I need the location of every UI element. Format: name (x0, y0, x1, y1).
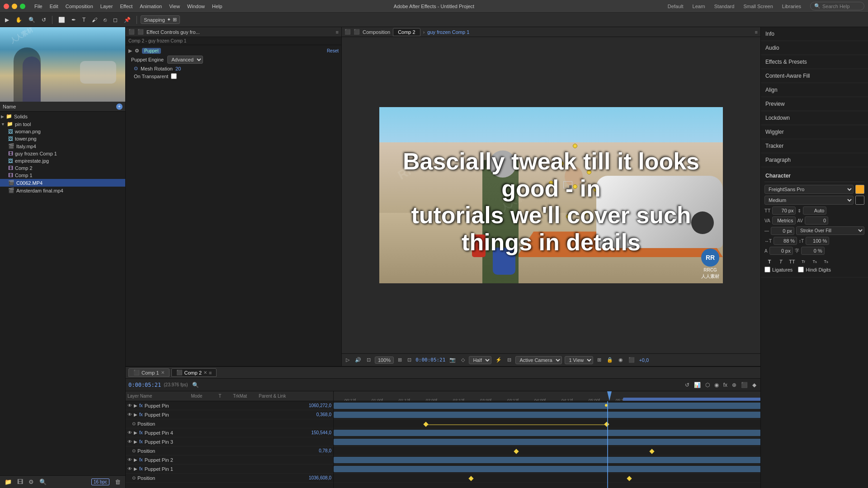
font-color-swatch[interactable] (855, 185, 864, 194)
menu-composition[interactable]: Composition (62, 3, 97, 10)
font-weight-select[interactable]: Medium (764, 196, 854, 205)
layer-row[interactable]: 👁 ▶ fx Puppet Pin 1060,272,0 (126, 401, 333, 410)
camera-select[interactable]: Active Camera (515, 356, 562, 364)
puppet-engine-select[interactable]: Advanced (167, 56, 203, 64)
settings-button[interactable]: ⚙ (27, 478, 36, 486)
timeline-ruler[interactable]: 00:12f 01:00f 01:12f 02:00f 02:12f 03:00… (334, 391, 760, 401)
tl-search-btn[interactable]: 🔍 (191, 381, 200, 389)
puppet-pin-3[interactable] (549, 181, 553, 185)
tl-keyframe-btn[interactable]: ◆ (751, 381, 758, 389)
trash-button[interactable]: 🗑 (113, 478, 123, 486)
stroke-width-field[interactable] (771, 227, 794, 235)
layer-visibility-icon[interactable]: 👁 (127, 412, 132, 417)
menu-animation[interactable]: Animation (136, 3, 165, 10)
viewer-res-btn[interactable]: ⊟ (506, 357, 513, 363)
mesh-rotation-value[interactable]: 20 (175, 66, 181, 71)
tool-zoom[interactable]: 🔍 (26, 15, 38, 24)
puppet-effect-row[interactable]: ▶ ⚙ Puppet Reset (126, 47, 341, 55)
file-tower-png[interactable]: 🖼 tower.png (0, 135, 125, 142)
menu-edit[interactable]: Edit (46, 3, 62, 10)
track-bar[interactable] (334, 430, 760, 436)
keyframe-diamond[interactable] (627, 476, 632, 481)
layer-expand-icon[interactable]: ▶ (134, 403, 137, 408)
tool-puppet[interactable]: 📌 (122, 15, 133, 24)
baseline-field[interactable] (769, 247, 793, 255)
menu-help[interactable]: Help (208, 3, 226, 10)
view-select[interactable]: 1 View (565, 356, 593, 364)
keyframe-diamond[interactable] (514, 449, 519, 454)
file-amsterdam-mp4[interactable]: 🎬 Amsterdam final.mp4 (0, 187, 125, 194)
font-size-field[interactable] (772, 206, 796, 215)
style-super-btn[interactable]: Ts (810, 257, 820, 267)
viewer-lock-btn[interactable]: 🔒 (605, 357, 614, 363)
panel-wiggler[interactable]: Wiggler (761, 125, 868, 139)
comp2-tab-close[interactable]: ✕ (203, 370, 207, 375)
layer-visibility-icon[interactable]: 👁 (127, 430, 132, 435)
menu-effect[interactable]: Effect (116, 3, 136, 10)
tl-mask-btn[interactable]: ⬡ (704, 381, 711, 389)
panel-align[interactable]: Align (761, 83, 868, 97)
layer-row[interactable]: ⊙ Position 0,78,0 (126, 446, 333, 455)
viewer-motion-btn[interactable]: ◇ (460, 357, 466, 363)
file-italy-mp4[interactable]: 🎬 Italy.mp4 (0, 142, 125, 150)
tl-blend-btn[interactable]: ⊕ (731, 381, 738, 389)
workspace-learn[interactable]: Learn (689, 3, 709, 10)
workspace-libraries[interactable]: Libraries (778, 3, 805, 10)
track-bar[interactable] (334, 466, 760, 472)
breadcrumb-comp[interactable]: guy frozen Comp 1 (427, 29, 469, 35)
new-comp-button[interactable]: 🎞 (15, 478, 25, 486)
layer-row[interactable]: 👁 ▶ fx Puppet Pin 4 150,544,0 (126, 428, 333, 437)
tl-effects-btn[interactable]: fx (722, 381, 729, 389)
track-bar[interactable] (334, 403, 760, 409)
viewer-fast-btn[interactable]: ⚡ (494, 357, 503, 363)
layer-row[interactable]: ⊙ Position (126, 419, 333, 428)
viewer-audio-btn[interactable]: 🔊 (354, 357, 363, 363)
puppet-reset[interactable]: Reset (327, 48, 339, 53)
menu-window[interactable]: Window (184, 3, 208, 10)
layer-visibility-icon[interactable]: 👁 (127, 439, 132, 444)
new-folder-button[interactable]: 📁 (3, 478, 14, 486)
folder-pin-tool[interactable]: ▼ 📁 pin tool (0, 120, 125, 128)
playhead-marker[interactable] (607, 391, 612, 401)
comp1-tab-close[interactable]: ✕ (161, 370, 165, 375)
layer-visibility-icon[interactable]: 👁 (127, 403, 132, 408)
tool-pen[interactable]: ✒ (69, 15, 78, 24)
panel-paragraph[interactable]: Paragraph (761, 153, 868, 167)
style-italic-btn[interactable]: T (776, 257, 786, 267)
file-c0062-mp4[interactable]: 🎬 C0062.MP4 (0, 179, 125, 187)
file-empirestate-jpg[interactable]: 🖼 empirestate.jpg (0, 157, 125, 164)
file-comp2[interactable]: 🎞 Comp 2 (0, 164, 125, 172)
work-area-bar[interactable] (623, 398, 760, 401)
on-transparent-checkbox[interactable] (171, 73, 177, 79)
puppet-pin-1[interactable] (573, 144, 577, 148)
layer-expand-icon[interactable]: ▶ (134, 430, 137, 435)
panel-lockdown[interactable]: Lockdown (761, 111, 868, 125)
search-button[interactable]: 🔍 (38, 478, 48, 486)
vscale-field[interactable] (806, 237, 829, 245)
layer-row[interactable]: 👁 ▶ fx Puppet Pin 1 (126, 465, 333, 474)
tool-clone[interactable]: ⎋ (101, 15, 109, 24)
tool-brush[interactable]: 🖌 (90, 15, 99, 24)
layer-row[interactable]: 👁 ▶ fx Puppet Pin 3 (126, 437, 333, 446)
puppet-pin-4[interactable] (573, 184, 577, 189)
workspace-small-screen[interactable]: Small Screen (740, 3, 776, 10)
timeline-tab-comp1[interactable]: ⬛ Comp 1 ✕ (128, 368, 170, 377)
layer-expand-icon[interactable]: ▶ (134, 439, 137, 444)
hindi-digits-checkbox[interactable] (798, 267, 804, 272)
tl-cols-btn[interactable]: ⬛ (740, 381, 749, 389)
tsume-field[interactable] (801, 247, 825, 255)
track-bar[interactable] (334, 439, 760, 445)
track-bar[interactable] (334, 412, 760, 418)
ligatures-checkbox[interactable] (764, 267, 770, 272)
add-item-button[interactable]: + (116, 103, 123, 110)
layer-visibility-icon[interactable]: 👁 (127, 457, 132, 462)
tool-rotate[interactable]: ↺ (39, 15, 48, 24)
menu-layer[interactable]: Layer (97, 3, 117, 10)
tracking-field[interactable] (805, 216, 828, 225)
style-bold-btn[interactable]: T (764, 257, 774, 267)
file-guy-frozen-comp[interactable]: 🎞 guy frozen Comp 1 (0, 150, 125, 157)
file-comp1[interactable]: 🎞 Comp 1 (0, 172, 125, 179)
file-woman-png[interactable]: 🖼 woman.png (0, 128, 125, 135)
tl-motion-btn[interactable]: ↺ (684, 381, 691, 389)
style-sub-btn[interactable]: Ts (821, 257, 831, 267)
